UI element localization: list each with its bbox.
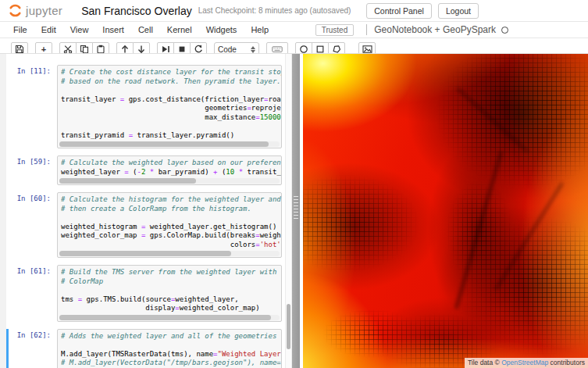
cell-hscrollbar-thumb[interactable] xyxy=(59,141,269,147)
cell-prompt: In [60]: xyxy=(9,192,57,258)
notebook-cell[interactable]: In [61]:# Build the TMS server from the … xyxy=(6,265,285,322)
menu-help[interactable]: Help xyxy=(244,22,276,38)
map-pane[interactable]: Tile data © OpenStreetMap contributors xyxy=(303,54,588,368)
logout-button[interactable]: Logout xyxy=(438,3,479,19)
kernel-status-icon xyxy=(501,27,508,34)
cell-code-editor[interactable]: # Adds the weighted layer and all of the… xyxy=(57,329,282,368)
jupyter-logo-text: jupyter xyxy=(26,4,62,17)
control-panel-button[interactable]: Control Panel xyxy=(366,3,432,19)
trusted-badge[interactable]: Trusted xyxy=(315,24,355,36)
notebook-pane: In [11]:# Create the cost distance layer… xyxy=(0,54,285,368)
menu-edit[interactable]: Edit xyxy=(34,22,63,38)
cell-prompt: In [61]: xyxy=(9,265,57,322)
kernel-separator xyxy=(366,24,367,35)
cell-prompt: In [59]: xyxy=(9,155,57,185)
attribution-suffix: contributors xyxy=(548,359,585,366)
notebook-scrollbar-thumb[interactable] xyxy=(287,304,290,349)
menu-file[interactable]: File xyxy=(6,22,34,38)
notebook-cell[interactable]: In [59]:# Calculate the weighted layer b… xyxy=(6,155,285,185)
cell-hscrollbar[interactable] xyxy=(59,178,280,184)
jupyter-window: jupyter San Francisco Overlay Last Check… xyxy=(0,0,588,368)
cell-type-value: Code xyxy=(218,45,251,54)
cell-prompt: In [11]: xyxy=(9,65,57,148)
cell-hscrollbar-thumb[interactable] xyxy=(59,178,196,184)
menu-widgets[interactable]: Widgets xyxy=(199,22,244,38)
notebook-cell[interactable]: In [60]:# Calculate the histogram for th… xyxy=(6,192,285,258)
cell-hscrollbar[interactable] xyxy=(59,251,280,256)
cell-hscrollbar-thumb[interactable] xyxy=(59,315,271,320)
plus-icon: + xyxy=(41,45,46,54)
dropdown-arrows-icon xyxy=(251,46,255,53)
cell-code-editor[interactable]: # Create the cost distance layer for the… xyxy=(57,65,282,148)
jupyter-logo-icon xyxy=(8,3,23,18)
cell-hscrollbar[interactable] xyxy=(59,315,280,320)
menu-kernel[interactable]: Kernel xyxy=(160,22,199,38)
cell-code-editor[interactable]: # Build the TMS server from the weighted… xyxy=(57,265,282,322)
notebook-cells: In [11]:# Create the cost distance layer… xyxy=(6,54,285,368)
divider-grip-icon xyxy=(294,196,298,221)
attribution-prefix: Tile data © xyxy=(468,359,501,366)
cell-prompt: In [62]: xyxy=(9,329,57,368)
notebook-cell[interactable]: In [62]:# Adds the weighted layer and al… xyxy=(6,329,285,368)
cell-hscrollbar[interactable] xyxy=(59,141,280,147)
kernel-name: GeoNotebook + GeoPySpark xyxy=(374,24,496,35)
cell-code-editor[interactable]: # Calculate the weighted layer based on … xyxy=(57,155,282,185)
cell-hscrollbar-thumb[interactable] xyxy=(59,251,231,256)
menu-view[interactable]: View xyxy=(63,22,96,38)
notebook-title[interactable]: San Francisco Overlay xyxy=(81,5,192,17)
map-attribution: Tile data © OpenStreetMap contributors xyxy=(465,358,588,368)
header: jupyter San Francisco Overlay Last Check… xyxy=(0,0,588,22)
notebook-scrollbar[interactable] xyxy=(285,54,292,368)
jupyter-logo[interactable]: jupyter xyxy=(8,3,62,18)
menu-cell[interactable]: Cell xyxy=(131,22,160,38)
notebook-gutter xyxy=(0,54,6,368)
osm-link[interactable]: OpenStreetMap xyxy=(501,359,548,366)
menu-insert[interactable]: Insert xyxy=(95,22,131,38)
notebook-cell[interactable]: In [11]:# Create the cost distance layer… xyxy=(6,65,285,148)
cell-code-editor[interactable]: # Calculate the histogram for the weight… xyxy=(57,192,282,258)
menubar: FileEditViewInsertCellKernelWidgetsHelp … xyxy=(0,22,588,38)
menubar-items: FileEditViewInsertCellKernelWidgetsHelp xyxy=(6,22,276,38)
pane-divider[interactable] xyxy=(292,54,300,368)
main-split: In [11]:# Create the cost distance layer… xyxy=(0,53,588,368)
checkpoint-status: Last Checkpoint: 8 minutes ago (autosave… xyxy=(198,6,351,15)
